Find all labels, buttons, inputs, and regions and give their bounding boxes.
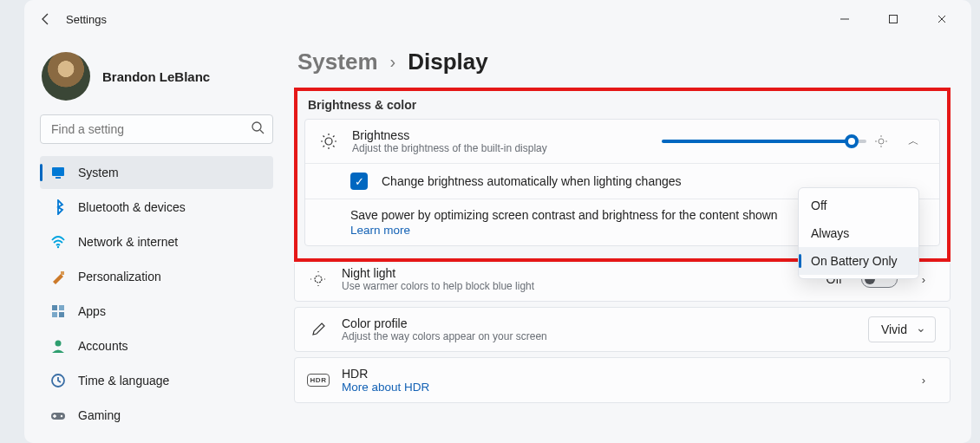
- sidebar-item-personalization[interactable]: Personalization: [40, 260, 273, 293]
- hdr-icon: HDR: [309, 374, 328, 387]
- svg-line-23: [333, 146, 335, 147]
- sidebar-item-label: Apps: [78, 304, 106, 318]
- personalization-icon: [50, 269, 66, 284]
- sidebar-item-accessibility[interactable]: Accessibility: [40, 433, 273, 443]
- svg-line-22: [323, 136, 325, 138]
- sidebar-item-time[interactable]: Time & language: [40, 364, 273, 397]
- svg-point-17: [325, 138, 332, 145]
- sidebar-item-label: Personalization: [78, 270, 161, 283]
- sidebar-nav: SystemBluetooth & devicesNetwork & inter…: [40, 156, 273, 443]
- svg-line-3: [260, 130, 264, 134]
- sidebar-item-accounts[interactable]: Accounts: [40, 329, 273, 362]
- svg-point-12: [56, 341, 62, 347]
- apps-icon: [50, 303, 66, 319]
- sidebar-item-label: Accounts: [78, 339, 128, 353]
- system-icon: [50, 165, 66, 180]
- color-profile-icon: [309, 321, 328, 338]
- gaming-icon: [50, 407, 66, 423]
- dropdown-option[interactable]: Off: [799, 192, 918, 219]
- sidebar-item-label: Bluetooth & devices: [78, 200, 186, 214]
- brightness-title: Brightness: [352, 128, 648, 142]
- settings-window: Settings Brandon LeBlanc SystemBluetooth…: [24, 0, 971, 443]
- window-title: Settings: [66, 13, 107, 26]
- svg-point-2: [252, 122, 261, 131]
- sidebar-item-label: Gaming: [78, 408, 121, 422]
- svg-rect-1: [890, 16, 898, 23]
- svg-point-31: [315, 276, 322, 283]
- slider-thumb[interactable]: [845, 134, 859, 148]
- close-button[interactable]: [930, 7, 954, 31]
- sidebar-item-bluetooth[interactable]: Bluetooth & devices: [40, 191, 273, 224]
- svg-rect-7: [61, 271, 64, 275]
- sidebar-item-apps[interactable]: Apps: [40, 295, 273, 328]
- brightness-slider[interactable]: [662, 135, 887, 147]
- avatar: [42, 52, 90, 101]
- sidebar-item-label: System: [78, 166, 119, 179]
- accounts-icon: [50, 338, 66, 354]
- breadcrumb-parent[interactable]: System: [297, 49, 378, 75]
- breadcrumb-current: Display: [408, 49, 488, 75]
- sidebar-item-network[interactable]: Network & internet: [40, 225, 273, 258]
- svg-line-25: [323, 146, 325, 147]
- search-icon: [251, 121, 265, 138]
- save-power-dropdown: OffAlwaysOn Battery Only: [798, 187, 919, 279]
- svg-point-15: [61, 415, 62, 417]
- maximize-button[interactable]: [881, 7, 905, 31]
- svg-rect-10: [52, 312, 57, 317]
- chevron-right-icon[interactable]: ›: [911, 374, 936, 387]
- search-input[interactable]: [40, 114, 273, 144]
- auto-brightness-checkbox[interactable]: ✓: [350, 173, 368, 190]
- chevron-right-icon: ›: [390, 52, 396, 72]
- hdr-card[interactable]: HDR HDR More about HDR ›: [294, 357, 951, 403]
- hdr-link[interactable]: More about HDR: [342, 381, 898, 394]
- window-controls: [833, 7, 963, 31]
- color-profile-title: Color profile: [342, 316, 854, 330]
- sidebar-item-label: Network & internet: [78, 235, 178, 249]
- brightness-max-icon: [875, 135, 887, 147]
- title-bar: Settings: [24, 0, 971, 38]
- dropdown-option[interactable]: On Battery Only: [799, 247, 918, 275]
- brightness-icon: [319, 133, 338, 150]
- brightness-row[interactable]: Brightness Adjust the brightness of the …: [305, 120, 939, 163]
- chevron-up-icon[interactable]: ︿: [901, 134, 925, 149]
- time-icon: [50, 373, 66, 388]
- svg-rect-9: [59, 305, 64, 310]
- night-light-subtitle: Use warmer colors to help block blue lig…: [342, 280, 813, 292]
- breadcrumb: System › Display: [294, 49, 951, 75]
- minimize-button[interactable]: [833, 7, 857, 31]
- brightness-subtitle: Adjust the brightness of the built-in di…: [352, 142, 648, 154]
- svg-point-26: [879, 139, 884, 144]
- profile-name: Brandon LeBlanc: [102, 69, 210, 84]
- sidebar: Brandon LeBlanc SystemBluetooth & device…: [24, 38, 289, 443]
- hdr-title: HDR: [342, 367, 898, 381]
- svg-rect-8: [52, 305, 57, 310]
- svg-rect-11: [59, 312, 64, 317]
- sidebar-item-gaming[interactable]: Gaming: [40, 399, 273, 432]
- sidebar-item-system[interactable]: System: [40, 156, 273, 189]
- back-button[interactable]: [33, 6, 59, 32]
- color-profile-subtitle: Adjust the way colors appear on your scr…: [342, 330, 854, 342]
- svg-rect-4: [52, 167, 64, 176]
- save-power-text: Save power by optimizing screen contrast…: [350, 208, 778, 222]
- svg-line-24: [333, 136, 335, 138]
- main-content: System › Display Brightness & color Brig…: [289, 38, 971, 443]
- color-profile-card[interactable]: Color profile Adjust the way colors appe…: [294, 307, 951, 352]
- network-icon: [50, 234, 66, 250]
- svg-rect-5: [56, 177, 61, 179]
- learn-more-link[interactable]: Learn more: [350, 224, 410, 237]
- night-light-title: Night light: [342, 266, 813, 280]
- section-title-brightness-color: Brightness & color: [308, 98, 940, 112]
- night-light-icon: [309, 270, 328, 288]
- dropdown-option[interactable]: Always: [799, 219, 918, 247]
- color-profile-select[interactable]: Vivid: [868, 316, 936, 342]
- svg-point-6: [57, 246, 59, 248]
- sidebar-item-label: Time & language: [78, 374, 169, 388]
- profile-block[interactable]: Brandon LeBlanc: [42, 52, 273, 101]
- bluetooth-icon: [50, 199, 66, 215]
- auto-brightness-label: Change brightness automatically when lig…: [382, 174, 682, 188]
